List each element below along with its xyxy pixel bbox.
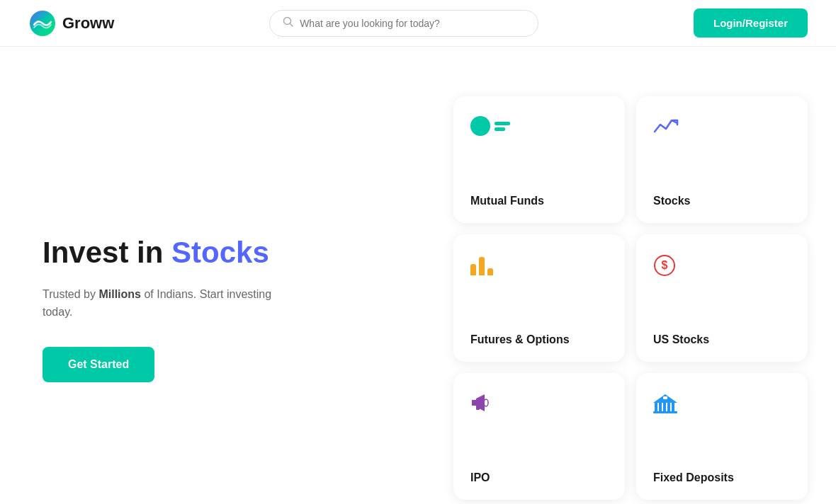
subtitle-prefix: Trusted by <box>43 288 98 300</box>
fd-icon <box>653 393 791 414</box>
card-mutual-funds-label: Mutual Funds <box>470 195 608 207</box>
hero-section: Invest in Stocks Trusted by Millions of … <box>43 75 439 500</box>
hero-title-accent: Stocks <box>171 236 269 269</box>
card-usstocks-label: US Stocks <box>653 333 791 346</box>
card-fo-label: Futures & Options <box>470 333 608 346</box>
svg-line-3 <box>290 23 293 26</box>
product-cards-grid: Mutual Funds Stocks Futures & Options <box>439 75 808 500</box>
ipo-icon <box>470 393 608 413</box>
stocks-icon <box>653 116 791 136</box>
card-stocks[interactable]: Stocks <box>636 96 808 223</box>
login-register-button[interactable]: Login/Register <box>694 8 808 38</box>
card-us-stocks[interactable]: $ US Stocks <box>636 234 808 361</box>
mutual-funds-icon <box>470 116 608 136</box>
usstocks-icon: $ <box>653 254 791 277</box>
main-content: Invest in Stocks Trusted by Millions of … <box>0 47 836 500</box>
svg-rect-14 <box>672 403 674 411</box>
card-mutual-funds[interactable]: Mutual Funds <box>453 96 625 223</box>
get-started-button[interactable]: Get Started <box>43 347 154 382</box>
hero-subtitle: Trusted by Millions of Indians. Start in… <box>43 285 283 321</box>
svg-marker-6 <box>472 400 476 406</box>
header: Groww Login/Register <box>0 0 836 47</box>
logo[interactable]: Groww <box>28 9 114 38</box>
svg-rect-16 <box>653 411 677 413</box>
hero-title: Invest in Stocks <box>43 235 439 270</box>
hero-title-prefix: Invest in <box>43 236 171 269</box>
logo-icon <box>28 9 57 38</box>
card-ipo-label: IPO <box>470 471 608 484</box>
search-bar[interactable] <box>269 10 538 37</box>
svg-rect-17 <box>663 396 667 399</box>
search-icon <box>283 16 294 30</box>
card-fixed-deposits[interactable]: Fixed Deposits <box>636 373 808 500</box>
svg-rect-10 <box>655 403 657 411</box>
svg-rect-11 <box>659 403 662 411</box>
search-input[interactable] <box>300 18 525 29</box>
card-stocks-label: Stocks <box>653 195 791 207</box>
svg-text:$: $ <box>662 259 668 271</box>
svg-rect-13 <box>667 403 670 411</box>
card-futures-options[interactable]: Futures & Options <box>453 234 625 361</box>
subtitle-bold: Millions <box>98 288 141 300</box>
logo-text: Groww <box>62 14 114 33</box>
card-ipo[interactable]: IPO <box>453 373 625 500</box>
fo-icon <box>470 254 608 275</box>
card-fd-label: Fixed Deposits <box>653 471 791 484</box>
svg-rect-8 <box>476 406 480 410</box>
svg-rect-12 <box>663 403 666 411</box>
